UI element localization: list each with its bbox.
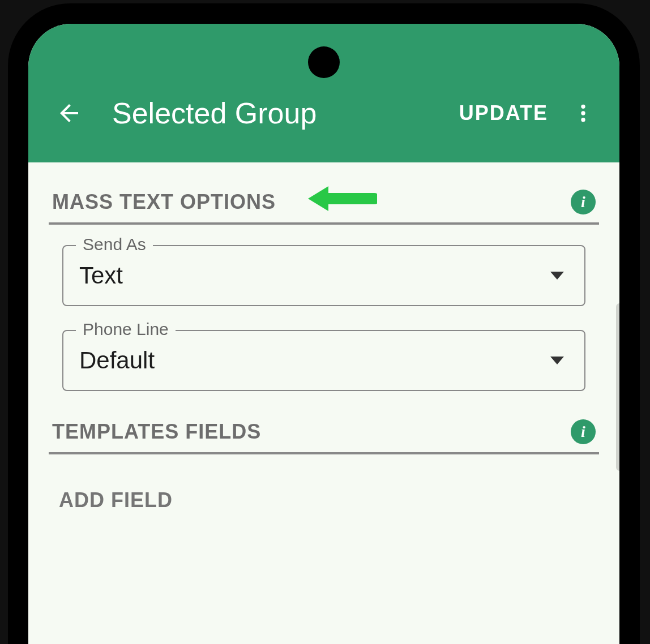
add-field-label: ADD FIELD <box>59 488 589 512</box>
info-icon: i <box>581 423 585 441</box>
templates-fields-header: TEMPLATES FIELDS i <box>49 415 599 454</box>
mass-text-options-title: MASS TEXT OPTIONS <box>52 190 276 214</box>
more-vert-icon <box>572 102 595 124</box>
svg-point-1 <box>581 111 585 115</box>
phone-screen: Selected Group UPDATE MASS TEXT OPTIONS … <box>28 24 619 644</box>
phone-line-label: Phone Line <box>76 320 176 339</box>
camera-cutout <box>308 46 340 78</box>
send-as-label: Send As <box>76 235 153 254</box>
add-field-row[interactable]: ADD FIELD <box>49 454 599 523</box>
annotation-arrow-icon <box>303 181 377 217</box>
update-button[interactable]: UPDATE <box>449 95 558 132</box>
mass-text-fields: Send As Text Phone Line Default <box>49 245 599 391</box>
send-as-value: Text <box>79 262 123 289</box>
page-title: Selected Group <box>112 96 449 130</box>
svg-point-0 <box>581 104 585 108</box>
mass-text-info-button[interactable]: i <box>571 190 596 214</box>
mass-text-options-header: MASS TEXT OPTIONS i <box>49 185 599 225</box>
info-icon: i <box>581 193 585 211</box>
back-button[interactable] <box>51 95 87 131</box>
phone-line-dropdown[interactable]: Phone Line Default <box>62 330 585 391</box>
app-bar: Selected Group UPDATE <box>28 24 619 162</box>
templates-info-button[interactable]: i <box>571 419 596 444</box>
overflow-menu-button[interactable] <box>565 95 601 131</box>
svg-point-2 <box>581 118 585 122</box>
chevron-down-icon <box>550 357 564 364</box>
scrollbar[interactable] <box>616 303 619 471</box>
arrow-back-icon <box>55 100 83 127</box>
chevron-down-icon <box>550 272 564 280</box>
templates-fields-title: TEMPLATES FIELDS <box>52 420 261 444</box>
phone-line-value: Default <box>79 347 155 374</box>
send-as-dropdown[interactable]: Send As Text <box>62 245 585 306</box>
content-area: MASS TEXT OPTIONS i Send As Text <box>28 162 619 523</box>
phone-frame: Selected Group UPDATE MASS TEXT OPTIONS … <box>8 3 640 644</box>
